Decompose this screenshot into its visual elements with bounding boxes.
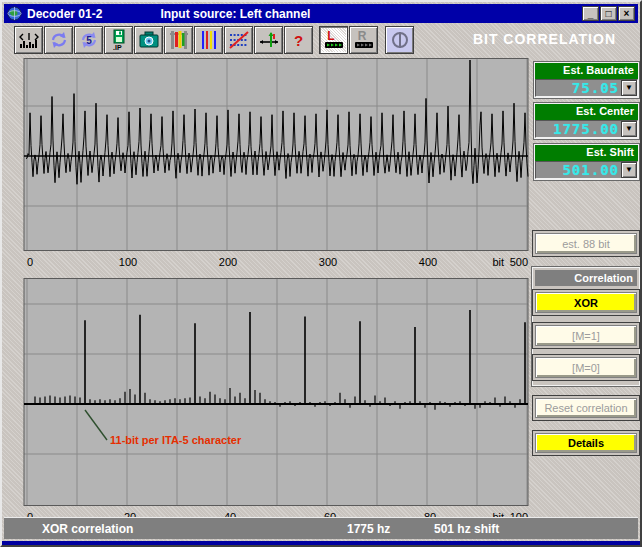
est-shift-label: Est. Shift [535, 145, 638, 161]
status-shift-freq: 501 hz shift [434, 522, 499, 536]
chevron-down-icon: ▼ [625, 124, 633, 133]
m0-button[interactable]: [M=0] [535, 357, 637, 378]
est-center-dropdown[interactable]: ▼ [621, 121, 637, 137]
est-center-value: 1775.00 [536, 121, 621, 137]
annotation-text: 11-bit per ITA-5 character [110, 434, 242, 446]
upper-chart: 0100200300400bit500 [23, 58, 529, 271]
close-button[interactable]: × [618, 6, 635, 21]
svg-text:0: 0 [27, 256, 33, 268]
m1-button-frame: [M=1] [532, 322, 640, 349]
save-ip-button[interactable]: .IP [104, 26, 133, 54]
color-bars-button[interactable] [164, 26, 193, 54]
help-button[interactable]: ? [284, 26, 313, 54]
est-baudrate-value: 75.05 [536, 80, 621, 96]
svg-text:100: 100 [119, 256, 137, 268]
status-bar: XOR correlation 1775 hz 501 hz shift [4, 517, 638, 539]
svg-text:500: 500 [510, 256, 528, 268]
refresh-button[interactable] [44, 26, 73, 54]
camera-button[interactable] [134, 26, 163, 54]
color-bars-icon [168, 29, 190, 51]
status-center-freq: 1775 hz [347, 522, 390, 536]
app-window: Decoder 01-2 Input source: Left channel … [0, 0, 642, 547]
chevron-down-icon: ▼ [625, 165, 633, 174]
svg-text:L: L [327, 29, 334, 43]
save-ip-icon: .IP [109, 29, 129, 51]
m0-button-frame: [M=0] [532, 354, 640, 381]
phase-icon [389, 29, 411, 51]
title-bar[interactable]: Decoder 01-2 Input source: Left channel … [4, 4, 638, 23]
input-source-label: Input source: Left channel [160, 7, 310, 21]
minimize-button[interactable]: _ [582, 6, 599, 21]
chevron-down-icon: ▼ [625, 83, 633, 92]
status-mode: XOR correlation [42, 522, 133, 536]
right-channel-icon: R [353, 29, 375, 51]
est-bits-button[interactable]: est. 88 bit [535, 233, 637, 254]
correlation-header: Correlation [535, 270, 637, 286]
est-shift-value: 501.00 [536, 162, 621, 178]
grid-off-icon [228, 30, 250, 50]
axis-button[interactable] [254, 26, 283, 54]
refresh-5s-button[interactable]: 5 [74, 26, 103, 54]
reset-correlation-frame: Reset correlation [532, 395, 640, 421]
refresh-5s-icon: 5 [79, 30, 99, 50]
phase-button[interactable] [385, 26, 414, 54]
svg-text:300: 300 [319, 256, 337, 268]
est-bits-button-frame: est. 88 bit [532, 230, 640, 257]
svg-text:400: 400 [419, 256, 437, 268]
est-baudrate-dropdown[interactable]: ▼ [621, 80, 637, 96]
est-center-label: Est. Center [535, 104, 638, 120]
maximize-button[interactable]: □ [600, 6, 617, 21]
est-baudrate-group: Est. Baudrate 75.05 ▼ [533, 61, 640, 99]
svg-text:5: 5 [86, 35, 92, 46]
svg-text:200: 200 [219, 256, 237, 268]
svg-text:bit: bit [492, 256, 504, 268]
spectrum-icon [18, 30, 40, 50]
reset-correlation-button[interactable]: Reset correlation [535, 398, 637, 418]
xor-button[interactable]: XOR [535, 292, 637, 313]
view-title: BIT CORRELATION [473, 31, 616, 47]
window-title: Decoder 01-2 [27, 7, 102, 21]
details-button[interactable]: Details [535, 433, 637, 453]
globe-icon [7, 6, 22, 21]
window-bottom-edge [2, 541, 640, 545]
lower-chart: 11-bit per ITA-5 character020406080bit10… [23, 278, 529, 526]
stripes-button[interactable] [194, 26, 223, 54]
help-icon: ? [294, 32, 303, 49]
grid-off-button[interactable] [224, 26, 253, 54]
axis-icon [258, 30, 280, 50]
left-channel-icon: L [323, 29, 345, 51]
est-shift-dropdown[interactable]: ▼ [621, 162, 637, 178]
svg-text:R: R [357, 29, 366, 43]
est-shift-group: Est. Shift 501.00 ▼ [533, 143, 640, 181]
refresh-icon [49, 30, 69, 50]
svg-text:.IP: .IP [113, 44, 122, 51]
toolbar: 5 .IP [4, 23, 638, 57]
spectrum-button[interactable] [14, 26, 43, 54]
stripes-icon [199, 29, 219, 51]
est-baudrate-label: Est. Baudrate [535, 63, 638, 79]
left-channel-button[interactable]: L [319, 26, 348, 54]
right-channel-button[interactable]: R [349, 26, 378, 54]
est-center-group: Est. Center 1775.00 ▼ [533, 102, 640, 140]
m1-button[interactable]: [M=1] [535, 325, 637, 346]
details-frame: Details [532, 430, 640, 456]
camera-icon [138, 30, 160, 50]
xor-button-frame: XOR [532, 289, 640, 316]
